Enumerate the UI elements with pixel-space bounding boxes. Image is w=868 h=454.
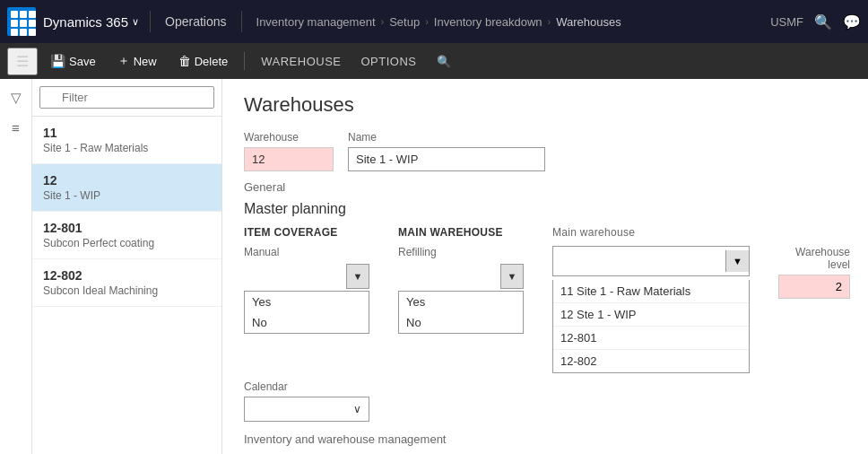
brand-button[interactable]: Dynamics 365 ∨ — [43, 14, 143, 30]
main-warehouse-list: 11 Site 1 - Raw Materials 12 Ste 1 - WIP… — [552, 280, 750, 373]
manual-dropdown-arrow[interactable]: ▼ — [346, 264, 369, 289]
refilling-options: Yes No — [398, 291, 524, 334]
list-item[interactable]: 12 Site 1 - WIP — [32, 164, 221, 212]
calendar-label: Calendar — [244, 380, 369, 393]
region-label: USMF — [770, 15, 803, 29]
save-label: Save — [69, 55, 96, 68]
list-item[interactable]: 12-801 Subcon Perfect coating — [32, 212, 221, 259]
calendar-dropdown[interactable]: ∨ — [244, 397, 369, 422]
main-warehouse-arrow[interactable]: ▼ — [725, 250, 749, 272]
warehouse-level-input[interactable] — [778, 275, 850, 299]
breadcrumb: Inventory management › Setup › Inventory… — [256, 15, 621, 29]
nav-separator-2 — [241, 11, 242, 32]
calendar-row: Calendar ∨ — [244, 380, 846, 422]
page-title: Warehouses — [244, 93, 846, 117]
new-icon: ＋ — [117, 53, 130, 69]
general-label: General — [244, 180, 846, 194]
list-item-id: 12 — [43, 173, 211, 188]
left-panel: ▽ ≡ 🔍 11 Site 1 - Raw Materials 12 — [0, 79, 222, 454]
mw-list-item-4[interactable]: 12-802 — [553, 350, 749, 372]
message-icon[interactable]: 💬 — [843, 13, 861, 31]
refilling-yes-option[interactable]: Yes — [399, 292, 523, 312]
warehouse-level-label: Warehouse level — [778, 246, 850, 271]
calendar-arrow[interactable]: ∨ — [345, 397, 369, 421]
warehouse-level-col: Warehouse level — [778, 246, 850, 299]
warehouse-input[interactable] — [244, 147, 334, 171]
list-item-id: 12-801 — [43, 221, 211, 235]
brand-label: Dynamics 365 — [43, 14, 128, 30]
filter-input-container: 🔍 — [39, 86, 214, 109]
breadcrumb-item-1[interactable]: Inventory management — [256, 15, 376, 29]
breadcrumb-item-3[interactable]: Inventory breakdown — [434, 15, 542, 29]
brand-chevron: ∨ — [132, 16, 139, 28]
right-content: Warehouses Warehouse Name General Master… — [222, 79, 868, 454]
filter-area: 🔍 11 Site 1 - Raw Materials 12 Site 1 - … — [32, 79, 221, 454]
mw-list-item-1[interactable]: 11 Site 1 - Raw Materials — [553, 280, 749, 303]
manual-options: Yes No — [244, 291, 369, 334]
mw-list-item-3[interactable]: 12-801 — [553, 327, 749, 350]
search-icon[interactable]: 🔍 — [814, 13, 832, 31]
manual-label: Manual — [244, 246, 369, 258]
warehouse-menu-item[interactable]: WAREHOUSE — [252, 51, 350, 72]
main-warehouse-dropdown[interactable]: ▼ — [552, 246, 750, 276]
toolbar-separator — [244, 52, 245, 70]
top-navigation: Dynamics 365 ∨ Operations Inventory mana… — [0, 0, 868, 43]
item-coverage-col: Manual ▼ Yes No — [244, 246, 369, 334]
app-grid-icon[interactable] — [7, 7, 36, 36]
manual-dropdown-wrap: ▼ — [244, 264, 369, 289]
toolbar: ☰ 💾 Save ＋ New 🗑 Delete WAREHOUSE OPTION… — [0, 43, 868, 79]
save-button[interactable]: 💾 Save — [41, 50, 105, 72]
right-col: ▼ 11 Site 1 - Raw Materials 12 Ste 1 - W… — [552, 246, 750, 373]
options-menu-item[interactable]: OPTIONS — [352, 51, 425, 72]
breadcrumb-sep-2: › — [425, 16, 429, 27]
name-input[interactable] — [348, 147, 545, 171]
toolbar-search-icon[interactable]: 🔍 — [437, 55, 451, 68]
nav-right: USMF 🔍 💬 — [770, 13, 861, 31]
new-button[interactable]: ＋ New — [108, 49, 166, 73]
main-layout: ▽ ≡ 🔍 11 Site 1 - Raw Materials 12 — [0, 79, 868, 454]
new-label: New — [134, 55, 157, 68]
manual-yes-option[interactable]: Yes — [245, 292, 369, 312]
list-item-name: Subcon Perfect coating — [43, 237, 211, 249]
list-panel-icon[interactable]: ≡ — [8, 117, 23, 139]
master-planning-title: Master planning — [244, 201, 846, 217]
warehouse-label: Warehouse — [244, 131, 334, 144]
filter-panel-icon[interactable]: ▽ — [7, 86, 25, 109]
refilling-dropdown-arrow[interactable]: ▼ — [500, 264, 524, 289]
hamburger-button[interactable]: ☰ — [7, 48, 38, 75]
name-label: Name — [348, 131, 545, 144]
filter-input-wrap: 🔍 — [32, 79, 221, 117]
item-coverage-label: ITEM COVERAGE — [244, 226, 369, 239]
filter-input[interactable] — [39, 86, 214, 109]
nav-separator — [150, 11, 151, 32]
planning-row: Manual ▼ Yes No Refilling ▼ — [244, 246, 846, 373]
list-item[interactable]: 11 Site 1 - Raw Materials — [32, 117, 221, 164]
breadcrumb-item-4: Warehouses — [556, 15, 621, 29]
module-label: Operations — [158, 14, 233, 29]
breadcrumb-item-2[interactable]: Setup — [389, 15, 420, 29]
save-icon: 💾 — [50, 54, 65, 68]
refilling-dropdown-wrap: ▼ — [398, 264, 524, 289]
panel-with-icons: ▽ ≡ 🔍 11 Site 1 - Raw Materials 12 — [0, 79, 221, 454]
toolbar-menu: WAREHOUSE OPTIONS — [252, 51, 425, 72]
warehouse-field: Warehouse — [244, 131, 334, 171]
refilling-no-option[interactable]: No — [399, 312, 523, 333]
main-warehouse-label-right: Main warehouse — [552, 226, 750, 239]
mw-list-item-2[interactable]: 12 Ste 1 - WIP — [553, 303, 749, 327]
breadcrumb-sep-1: › — [381, 16, 385, 27]
name-field: Name — [348, 131, 545, 171]
list-item-name: Subcon Ideal Machining — [43, 284, 211, 297]
list-items: 11 Site 1 - Raw Materials 12 Site 1 - WI… — [32, 117, 221, 454]
calendar-field: Calendar ∨ — [244, 380, 369, 422]
breadcrumb-sep-3: › — [548, 16, 551, 27]
delete-label: Delete — [195, 55, 229, 68]
main-warehouse-col: Refilling ▼ Yes No — [398, 246, 524, 334]
warehouse-name-row: Warehouse Name — [244, 131, 846, 171]
list-item[interactable]: 12-802 Subcon Ideal Machining — [32, 259, 221, 307]
list-item-id: 12-802 — [43, 268, 211, 283]
manual-no-option[interactable]: No — [245, 312, 369, 333]
delete-button[interactable]: 🗑 Delete — [169, 50, 238, 72]
list-item-id: 11 — [43, 126, 211, 140]
list-item-name: Site 1 - Raw Materials — [43, 142, 211, 154]
list-item-name: Site 1 - WIP — [43, 189, 211, 202]
